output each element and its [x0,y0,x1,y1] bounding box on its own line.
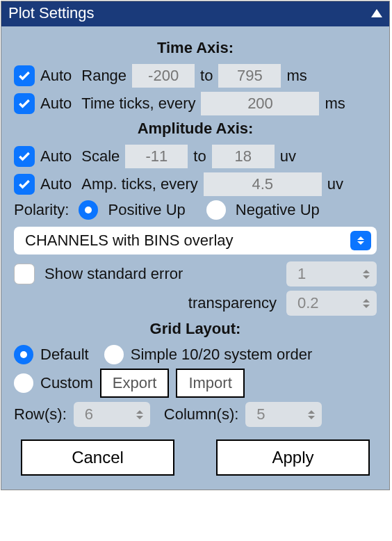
amp-scale-row: Auto Scale to uv [14,145,377,168]
check-icon [17,97,31,111]
transparency-row: transparency 0.2 [14,291,377,316]
auto-amp-ticks-checkbox[interactable] [14,174,35,195]
time-axis-heading: Time Axis: [14,39,377,57]
stepper-arrows-icon [363,299,370,308]
time-range-row: Auto Range to ms [14,64,377,88]
scale-label: Scale [81,147,120,165]
amp-scale-unit: uv [280,147,307,165]
cols-label: Column(s): [164,405,239,423]
to-label: to [193,147,206,165]
time-ticks-unit: ms [325,95,351,113]
import-button[interactable]: Import [176,369,244,398]
cols-value: 5 [256,405,265,423]
auto-label: Auto [40,95,72,113]
polarity-label: Polarity: [14,201,69,219]
footer-buttons: Cancel Apply [14,439,377,476]
stderr-row: Show standard error 1 [14,261,377,286]
check-icon [17,177,31,191]
auto-label: Auto [40,147,72,165]
cols-stepper[interactable]: 5 [245,402,322,427]
grid-simple-label: Simple 10/20 system order [131,346,313,364]
show-stderr-label: Show standard error [44,265,277,283]
check-icon [17,69,31,83]
amp-ticks-unit: uv [327,175,354,193]
amp-scale-from-input[interactable] [125,145,188,168]
stderr-count-stepper[interactable]: 1 [286,261,377,286]
polarity-row: Polarity: Positive Up Negative Up [14,200,377,220]
grid-simple-radio[interactable] [104,345,124,364]
to-label: to [200,67,213,85]
auto-label: Auto [40,175,72,193]
amp-ticks-label: Amp. ticks, every [81,175,197,193]
time-range-to-input[interactable] [218,64,281,88]
auto-label: Auto [40,67,72,85]
rows-stepper[interactable]: 6 [74,402,150,427]
auto-time-ticks-checkbox[interactable] [14,93,35,114]
transparency-value: 0.2 [297,294,319,312]
transparency-label: transparency [188,294,277,312]
stepper-arrows-icon [308,410,315,419]
show-stderr-checkbox[interactable] [14,264,35,284]
auto-time-range-checkbox[interactable] [14,65,35,86]
polarity-negative-label: Negative Up [236,201,320,219]
rows-value: 6 [85,405,93,423]
time-range-unit: ms [286,67,313,85]
grid-custom-radio[interactable] [14,373,33,393]
range-label: Range [81,67,126,85]
export-button[interactable]: Export [100,369,170,398]
cancel-button[interactable]: Cancel [21,439,174,476]
time-range-from-input[interactable] [132,64,195,88]
rows-label: Row(s): [14,405,67,423]
grid-heading: Grid Layout: [14,320,377,338]
check-icon [17,150,31,163]
polarity-positive-label: Positive Up [108,201,185,219]
transparency-stepper[interactable]: 0.2 [286,291,377,316]
stderr-count-value: 1 [297,265,306,283]
select-caret-icon [350,231,371,250]
time-ticks-label: Time ticks, every [81,95,195,113]
grid-custom-label: Custom [40,374,93,392]
plot-settings-panel: Plot Settings Time Axis: Auto Range to m… [1,1,390,490]
stepper-arrows-icon [136,410,143,419]
overlay-select[interactable]: CHANNELS with BINS overlay [14,227,377,255]
amp-ticks-input[interactable] [204,172,322,196]
stepper-arrows-icon [363,270,370,279]
overlay-select-value: CHANNELS with BINS overlay [25,232,234,250]
collapse-icon[interactable] [371,9,382,17]
polarity-negative-radio[interactable] [206,200,226,220]
amp-ticks-row: Auto Amp. ticks, every uv [14,172,377,196]
time-ticks-row: Auto Time ticks, every ms [14,92,377,115]
polarity-positive-radio[interactable] [79,200,98,220]
panel-title: Plot Settings [8,4,95,22]
grid-custom-row: Custom Export Import [14,369,377,398]
amp-scale-to-input[interactable] [212,145,275,168]
auto-amp-scale-checkbox[interactable] [14,146,35,167]
grid-default-row: Default Simple 10/20 system order [14,345,377,364]
grid-default-label: Default [40,346,89,364]
panel-body: Time Axis: Auto Range to ms Auto Time ti… [1,26,389,490]
apply-button[interactable]: Apply [216,439,370,476]
titlebar[interactable]: Plot Settings [1,1,389,26]
grid-default-radio[interactable] [14,345,33,364]
amp-axis-heading: Amplitude Axis: [14,120,377,138]
grid-dims-row: Row(s): 6 Column(s): 5 [14,402,377,427]
time-ticks-input[interactable] [201,92,319,115]
